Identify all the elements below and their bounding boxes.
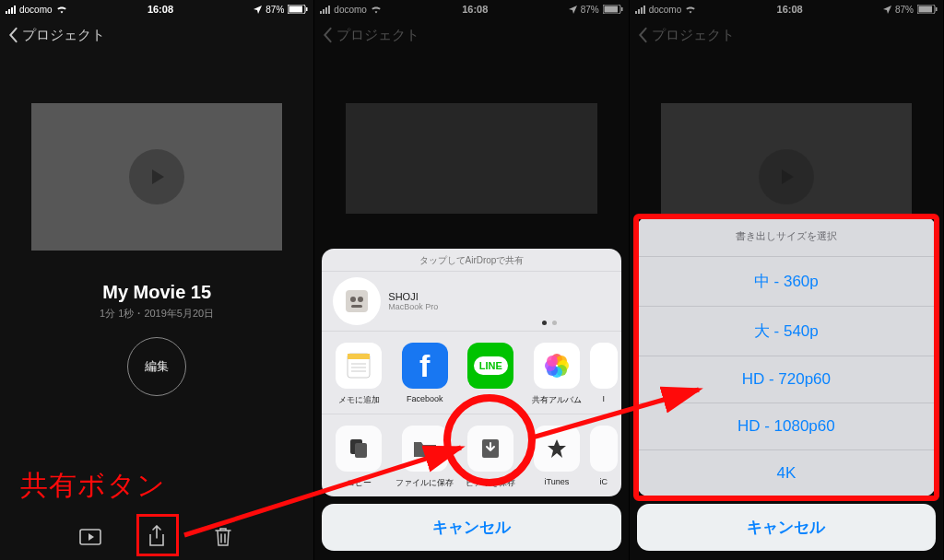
facebook-icon: f (402, 343, 448, 389)
action-label: iTunes (545, 477, 570, 486)
folder-icon (402, 426, 448, 472)
airdrop-avatar (333, 277, 381, 325)
pager-dots (542, 321, 557, 325)
svg-point-23 (547, 356, 558, 367)
video-thumbnail[interactable] (31, 103, 282, 251)
generic-action-icon (590, 426, 618, 472)
action-copy[interactable]: コピー (325, 426, 392, 489)
svg-point-9 (358, 297, 363, 302)
trash-icon (214, 526, 232, 548)
svg-point-8 (350, 297, 356, 302)
nav-bar: プロジェクト (0, 18, 313, 52)
copy-icon (336, 426, 382, 472)
battery-icon (288, 5, 308, 14)
airdrop-name: SHOJI (388, 291, 438, 302)
star-icon (534, 426, 580, 472)
annotation-box-share (136, 514, 179, 556)
svg-rect-25 (355, 443, 367, 458)
app-label: 共有アルバム (532, 395, 582, 404)
action-more[interactable]: iC (590, 426, 618, 489)
photos-icon (534, 343, 580, 389)
battery-label: 87% (266, 5, 284, 15)
signal-icon (6, 6, 16, 14)
airdrop-target[interactable]: SHOJI MacBook Pro (322, 272, 620, 332)
edit-label: 編集 (145, 358, 169, 375)
play-rect-icon (79, 529, 101, 545)
location-icon (254, 6, 262, 14)
back-button[interactable]: プロジェクト (7, 27, 105, 44)
cancel-button[interactable]: キャンセル (322, 504, 620, 551)
play-icon (145, 165, 169, 189)
share-app-memo[interactable]: メモに追加 (325, 343, 392, 406)
share-app-more[interactable]: I (590, 343, 618, 406)
play-tool-button[interactable] (77, 523, 104, 551)
screenshot-2: docomo 16:08 87% プロジェクト タップしてAirDropで共有 … (314, 0, 629, 560)
svg-rect-10 (351, 305, 362, 308)
annotation-label: 共有ボタン (20, 467, 166, 505)
memo-icon (336, 343, 382, 389)
edit-button[interactable]: 編集 (127, 337, 186, 396)
svg-rect-1 (289, 6, 303, 13)
action-label: コピー (347, 478, 372, 487)
back-label: プロジェクト (22, 27, 105, 44)
app-label: メモに追加 (338, 395, 380, 404)
app-label: I (602, 394, 605, 403)
share-sheet-header: タップしてAirDropで共有 (322, 249, 620, 272)
action-label: iC (599, 477, 608, 486)
screenshot-1: docomo 16:08 87% プロジェクト My Movie 15 1分 1… (0, 0, 314, 560)
share-app-facebook[interactable]: f Facebook (392, 343, 458, 406)
cancel-button[interactable]: キャンセル (637, 504, 936, 551)
annotation-circle (443, 394, 536, 486)
wifi-icon (56, 6, 67, 14)
project-subtitle: 1分 1秒・2019年5月20日 (0, 307, 313, 321)
action-label: ファイルに保存 (395, 478, 454, 487)
screenshot-3: docomo 16:08 87% プロジェクト 書き出しサイズを選択 中 - 3… (630, 0, 944, 560)
chevron-left-icon (7, 27, 18, 43)
share-app-shared-album[interactable]: 共有アルバム (524, 343, 590, 406)
app-label: Facebook (407, 394, 443, 403)
carrier-label: docomo (19, 5, 53, 15)
play-button[interactable] (129, 149, 184, 204)
status-bar: docomo 16:08 87% (0, 0, 313, 18)
airdrop-device: MacBook Pro (388, 302, 438, 311)
delete-button[interactable] (209, 523, 237, 551)
line-icon: LINE (467, 343, 513, 389)
svg-rect-7 (346, 290, 368, 312)
clock-label: 16:08 (148, 4, 173, 15)
generic-app-icon (590, 343, 618, 389)
svg-rect-2 (306, 7, 308, 11)
project-title: My Movie 15 (0, 282, 313, 303)
annotation-frame (633, 214, 939, 501)
svg-rect-12 (348, 354, 370, 359)
